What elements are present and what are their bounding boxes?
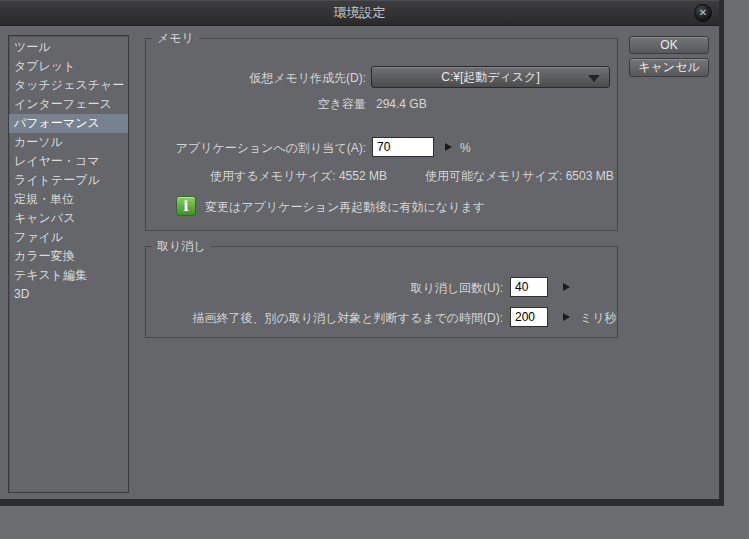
titlebar[interactable]: 環境設定 ✕ [0,0,719,26]
sidebar-item-performance[interactable]: パフォーマンス [9,114,128,133]
sidebar-item-light-table[interactable]: ライトテーブル [9,171,128,190]
restart-notice: 変更はアプリケーション再起動後に有効になります [205,200,485,214]
virtual-memory-label: 仮想メモリ作成先(D): [145,71,366,85]
sidebar-item-file[interactable]: ファイル [9,228,128,247]
undo-time-unit: ミリ秒 [580,311,617,325]
undo-time-input[interactable] [510,307,548,327]
sidebar-item-layer-frame[interactable]: レイヤー・コマ [9,152,128,171]
sidebar-item-canvas[interactable]: キャンバス [9,209,128,228]
sidebar-item-color-conversion[interactable]: カラー変換 [9,247,128,266]
available-memory-value: 6503 MB [566,169,614,183]
allocation-input[interactable] [372,137,434,157]
chevron-down-icon [588,75,600,82]
dialog-title: 環境設定 [0,0,719,26]
ok-button[interactable]: OK [629,36,709,54]
available-memory-label: 使用可能なメモリサイズ: [425,169,562,183]
used-memory-label: 使用するメモリサイズ: [210,169,336,183]
allocation-slider-arrow-icon[interactable] [445,143,452,151]
virtual-memory-selected-value: C:¥[起動ディスク] [441,70,539,84]
free-space-label: 空き容量 [145,97,366,111]
memory-group-title: メモリ [152,31,199,46]
desktop-background: 環境設定 ✕ ツール タブレット タッチジェスチャー インターフェース パフォー… [0,0,749,539]
free-space-value: 294.4 GB [376,97,427,111]
preferences-dialog: 環境設定 ✕ ツール タブレット タッチジェスチャー インターフェース パフォー… [0,0,724,506]
sidebar-item-ruler-unit[interactable]: 定規・単位 [9,190,128,209]
sidebar-item-cursor[interactable]: カーソル [9,133,128,152]
sidebar-item-interface[interactable]: インターフェース [9,95,128,114]
used-memory-value: 4552 MB [339,169,387,183]
info-icon: i [176,196,196,216]
virtual-memory-select[interactable]: C:¥[起動ディスク] [371,66,610,88]
allocation-unit: % [460,141,471,155]
available-memory-text: 使用可能なメモリサイズ: 6503 MB [425,169,614,183]
undo-group-title: 取り消し [152,239,211,254]
cancel-button[interactable]: キャンセル [629,58,709,77]
sidebar-item-touch-gesture[interactable]: タッチジェスチャー [9,76,128,95]
close-icon[interactable]: ✕ [694,4,712,22]
undo-count-slider-arrow-icon[interactable] [563,283,570,291]
category-list: ツール タブレット タッチジェスチャー インターフェース パフォーマンス カーソ… [8,35,129,493]
sidebar-item-tools[interactable]: ツール [9,38,128,57]
sidebar-item-text-edit[interactable]: テキスト編集 [9,266,128,285]
undo-count-label: 取り消し回数(U): [145,281,503,295]
sidebar-item-3d[interactable]: 3D [9,285,128,304]
sidebar-item-tablet[interactable]: タブレット [9,57,128,76]
undo-time-label: 描画終了後、別の取り消し対象と判断するまでの時間(D): [145,311,503,325]
allocation-label: アプリケーションへの割り当て(A): [145,141,366,155]
undo-time-slider-arrow-icon[interactable] [563,313,570,321]
used-memory-text: 使用するメモリサイズ: 4552 MB [210,169,387,183]
undo-count-input[interactable] [510,277,548,297]
